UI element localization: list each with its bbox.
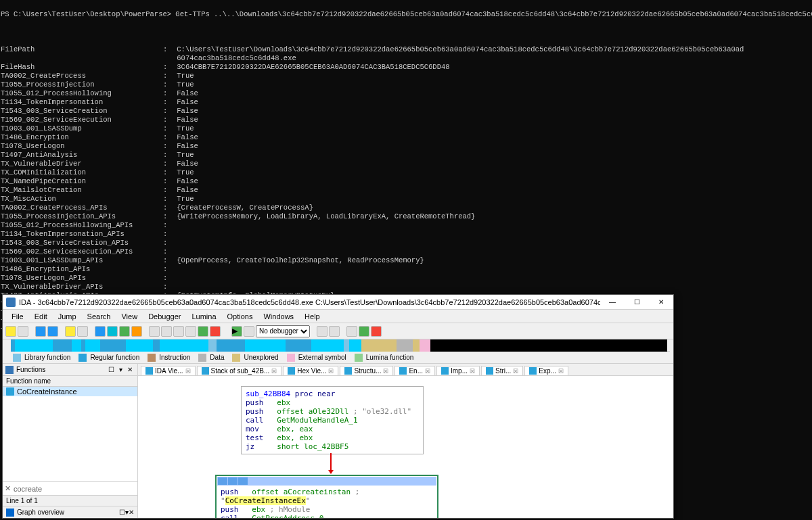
toolbar-window-icon[interactable] bbox=[346, 326, 357, 337]
navbar-segment[interactable] bbox=[160, 339, 208, 352]
navbar-segment[interactable] bbox=[311, 339, 344, 352]
menu-view[interactable]: View bbox=[116, 312, 143, 321]
tab-Stri[interactable]: Stri...☒ bbox=[481, 366, 523, 375]
toolbar-anchor-icon[interactable] bbox=[107, 326, 118, 337]
menu-debugger[interactable]: Debugger bbox=[143, 312, 186, 321]
legend-label: Lumina function bbox=[366, 354, 414, 361]
toolbar-back-icon[interactable] bbox=[35, 326, 46, 337]
navbar-segment[interactable] bbox=[208, 339, 217, 352]
ida-tabs[interactable]: IDA Vie...☒Stack of sub_42B...☒Hex Vie..… bbox=[138, 364, 673, 376]
asm-line[interactable]: push ebx bbox=[246, 398, 419, 407]
navbar-segment[interactable] bbox=[286, 339, 311, 352]
navbar-segment[interactable] bbox=[349, 339, 361, 352]
menu-help[interactable]: Help bbox=[299, 312, 325, 321]
asm-line[interactable]: jz short loc_42BBF5 bbox=[246, 442, 419, 451]
ps-row: T1543_003_ServiceCreation: False bbox=[1, 107, 812, 116]
navbar-segment[interactable] bbox=[430, 339, 667, 352]
asm-line[interactable]: push ebx ; hModule bbox=[221, 505, 433, 514]
tab-En[interactable]: En...☒ bbox=[394, 366, 435, 375]
function-item[interactable]: CoCreateInstance bbox=[3, 387, 137, 396]
asm-line[interactable]: mov ebx, eax bbox=[246, 425, 419, 433]
go-close-button[interactable]: ✕ bbox=[129, 509, 134, 516]
navbar-segment[interactable] bbox=[397, 339, 413, 352]
toolbar-stop-icon[interactable] bbox=[371, 326, 382, 337]
navbar-segment[interactable] bbox=[126, 339, 153, 352]
toolbar-undo-icon[interactable] bbox=[149, 326, 160, 337]
ida-menubar[interactable]: FileEditJumpSearchViewDebuggerLuminaOpti… bbox=[3, 310, 673, 323]
ida-disassembly-view[interactable]: sub_42BB84 proc nearpush ebxpush offset … bbox=[138, 376, 673, 518]
menu-jump[interactable]: Jump bbox=[53, 312, 82, 321]
maximize-button[interactable]: ☐ bbox=[625, 295, 649, 310]
toolbar-play-icon[interactable] bbox=[119, 326, 130, 337]
navbar-segment[interactable] bbox=[100, 339, 126, 352]
toolbar-pause-icon[interactable] bbox=[244, 326, 254, 337]
toolbar-fwd-icon[interactable] bbox=[47, 326, 58, 337]
functions-header[interactable]: Function name bbox=[3, 376, 137, 387]
ps-row: T1497_AntiAnalysis: True bbox=[1, 151, 812, 160]
toolbar-step-icon[interactable] bbox=[317, 326, 328, 337]
graph-node-1[interactable]: sub_42BB84 proc nearpush ebxpush offset … bbox=[241, 386, 424, 454]
navbar-segment[interactable] bbox=[53, 339, 72, 352]
toolbar-stepover-icon[interactable] bbox=[329, 326, 340, 337]
toolbar-check-icon[interactable] bbox=[198, 326, 208, 337]
tab-Structu[interactable]: Structu...☒ bbox=[340, 366, 393, 375]
menu-edit[interactable]: Edit bbox=[29, 312, 53, 321]
tab-Imp[interactable]: Imp...☒ bbox=[436, 366, 480, 375]
ps-row: T1078_UserLogon: False bbox=[1, 142, 812, 151]
navbar-segment[interactable] bbox=[344, 339, 349, 352]
tab-HexVie[interactable]: Hex Vie...☒ bbox=[283, 366, 338, 375]
navbar-segment[interactable] bbox=[245, 339, 286, 352]
navbar-segment[interactable] bbox=[217, 339, 245, 352]
toolbar-redo-icon[interactable] bbox=[161, 326, 172, 337]
toolbar-plus-icon[interactable] bbox=[359, 326, 369, 337]
menu-file[interactable]: File bbox=[6, 312, 29, 321]
close-button[interactable]: ✕ bbox=[649, 295, 673, 310]
navbar-segment[interactable] bbox=[72, 339, 81, 352]
ida-legend: Library functionRegular functionInstruct… bbox=[3, 352, 673, 364]
navbar-segment[interactable] bbox=[153, 339, 160, 352]
navbar-segment[interactable] bbox=[85, 339, 100, 352]
navbar-segment[interactable] bbox=[413, 339, 420, 352]
ida-window[interactable]: IDA - 3c64cbb7e7212d920322dae62665b05ceb… bbox=[2, 294, 674, 519]
panel-menu-button[interactable]: ▾ bbox=[116, 366, 125, 373]
ida-titlebar[interactable]: IDA - 3c64cbb7e7212d920322dae62665b05ceb… bbox=[3, 295, 673, 310]
toolbar-x-icon[interactable] bbox=[210, 326, 221, 337]
toolbar-dot-icon[interactable] bbox=[131, 326, 142, 337]
asm-line[interactable]: push offset aCocreateinstan ; "CoCreateI… bbox=[221, 488, 433, 505]
functions-list[interactable]: Function name CoCreateInstance bbox=[3, 376, 137, 481]
asm-line[interactable]: test ebx, ebx bbox=[246, 433, 419, 442]
functions-search-input[interactable] bbox=[14, 485, 135, 493]
ida-navbar[interactable] bbox=[11, 339, 670, 352]
asm-line[interactable]: call GetProcAddress_0 bbox=[221, 514, 433, 518]
panel-close-button[interactable]: ✕ bbox=[125, 366, 135, 373]
tab-Stackofsub_42B[interactable]: Stack of sub_42B...☒ bbox=[197, 366, 282, 375]
tab-IDAVie[interactable]: IDA Vie...☒ bbox=[141, 366, 196, 375]
menu-windows[interactable]: Windows bbox=[258, 312, 299, 321]
toolbar-binary-icon[interactable] bbox=[77, 326, 88, 337]
panel-float-button[interactable]: ☐ bbox=[106, 366, 116, 373]
powershell-terminal[interactable]: PS C:\Users\TestUser\Desktop\PowerParse>… bbox=[0, 0, 812, 344]
toolbar-find-icon[interactable] bbox=[185, 326, 196, 337]
asm-line[interactable]: sub_42BB84 proc near bbox=[246, 389, 419, 398]
asm-line[interactable]: push offset aOle32Dll ; "ole32.dll" bbox=[246, 407, 419, 416]
navbar-segment[interactable] bbox=[420, 339, 430, 352]
menu-search[interactable]: Search bbox=[82, 312, 116, 321]
navbar-segment[interactable] bbox=[361, 339, 397, 352]
toolbar-bookmark-icon[interactable] bbox=[95, 326, 106, 337]
toolbar-text-icon[interactable] bbox=[65, 326, 76, 337]
go-float-button[interactable]: ☐ bbox=[119, 509, 125, 516]
ida-toolbar[interactable]: ▶ No debugger bbox=[3, 323, 673, 339]
toolbar-open-icon[interactable] bbox=[5, 326, 16, 337]
navbar-segment[interactable] bbox=[15, 339, 53, 352]
menu-options[interactable]: Options bbox=[222, 312, 258, 321]
toolbar-xref-icon[interactable] bbox=[173, 326, 184, 337]
tab-Exp[interactable]: Exp...☒ bbox=[524, 366, 568, 375]
search-clear-icon[interactable]: ✕ bbox=[5, 484, 11, 493]
toolbar-save-icon[interactable] bbox=[18, 326, 28, 337]
graph-node-2[interactable]: push offset aCocreateinstan ; "CoCreateI… bbox=[215, 475, 438, 518]
asm-line[interactable]: call GetModuleHandleA_1 bbox=[246, 416, 419, 425]
minimize-button[interactable]: — bbox=[600, 295, 625, 310]
debugger-select[interactable]: No debugger bbox=[256, 325, 310, 337]
toolbar-run-icon[interactable]: ▶ bbox=[231, 326, 242, 337]
menu-lumina[interactable]: Lumina bbox=[186, 312, 221, 321]
